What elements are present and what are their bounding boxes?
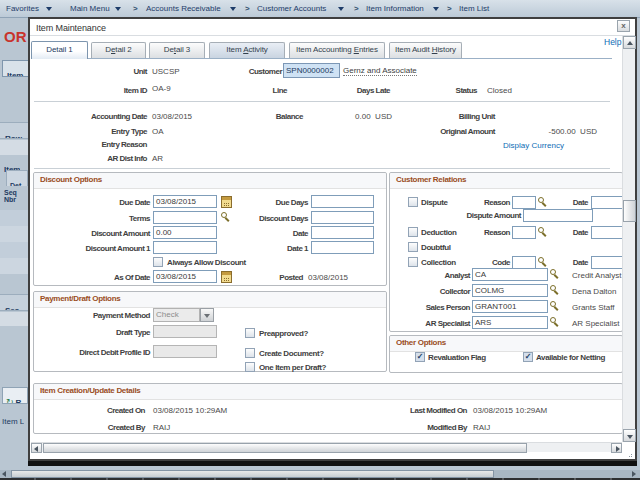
background-grid-row — [0, 242, 28, 258]
always-allow-discount-checkbox[interactable] — [153, 257, 163, 267]
date-1-input[interactable] — [311, 241, 374, 254]
tab-detail-1[interactable]: Detail 1 — [31, 41, 88, 59]
modal-scrollbar-thumb[interactable] — [43, 443, 527, 453]
tab-item-audit-history[interactable]: Item Audit History — [389, 42, 462, 58]
dispute-checkbox[interactable] — [408, 197, 418, 207]
main-menu[interactable]: Main Menu — [70, 4, 110, 13]
collection-checkbox[interactable] — [408, 257, 418, 267]
analyst-description: Credit Analyst — [572, 271, 621, 280]
search-icon[interactable] — [550, 285, 561, 296]
chevron-down-icon[interactable] — [46, 7, 52, 14]
chevron-down-icon[interactable] — [230, 7, 236, 14]
ar-dist-info-label: AR Dist Info — [40, 154, 147, 163]
scroll-left-icon[interactable] — [2, 471, 6, 477]
breadcrumb-item-list[interactable]: Item List — [459, 4, 489, 13]
breadcrumb-separator: > — [245, 4, 250, 13]
close-icon[interactable]: x — [617, 20, 630, 32]
scroll-down-icon[interactable] — [623, 429, 636, 442]
dispute-reason-input[interactable] — [512, 196, 536, 209]
title-divider — [30, 35, 635, 36]
background-grid-row — [0, 210, 28, 226]
tab-detail-3[interactable]: Detail 3 — [149, 42, 205, 58]
other-options-title: Other Options — [390, 336, 622, 352]
payment-method-select[interactable]: Check — [153, 308, 214, 322]
search-icon[interactable] — [538, 197, 549, 208]
search-icon[interactable] — [550, 301, 561, 312]
terms-input[interactable] — [153, 211, 217, 224]
create-document-checkbox[interactable] — [245, 348, 255, 358]
search-icon[interactable] — [538, 227, 549, 238]
resize-grip-icon[interactable] — [626, 451, 632, 457]
date-input[interactable] — [311, 226, 374, 239]
revaluation-flag-checkbox[interactable]: ✓ — [415, 352, 425, 362]
accounting-date-value: 03/08/2015 — [152, 112, 192, 121]
discount-amount-input[interactable]: 0.00 — [153, 226, 217, 239]
background-row — [0, 140, 28, 155]
balance-value: 0.00 USD — [313, 112, 392, 121]
help-link[interactable]: Help — [604, 37, 621, 47]
modal-scrollbar-thumb[interactable] — [623, 200, 636, 222]
customer-name-link[interactable]: Gernz and Associate — [343, 66, 417, 76]
modified-by-value: RAIJ — [473, 423, 490, 432]
favorites-menu[interactable]: Favorites — [6, 4, 39, 13]
scroll-right-icon[interactable] — [611, 443, 622, 453]
item-creation-title: Item Creation/Update Details — [34, 384, 622, 400]
collector-label: Collector — [400, 287, 470, 296]
discount-amount-1-input[interactable] — [153, 241, 217, 254]
breadcrumb-customer-accounts[interactable]: Customer Accounts — [257, 4, 326, 13]
customer-relations-title: Customer Relations — [390, 173, 622, 189]
customer-label: Customer — [212, 67, 282, 76]
ar-specialist-description: AR Specialist — [572, 319, 620, 328]
draft-type-input — [153, 325, 217, 338]
tab-item-activity[interactable]: Item Activity — [209, 42, 285, 58]
page-horizontal-scrollbar[interactable] — [0, 470, 640, 478]
search-icon[interactable] — [550, 317, 561, 328]
chevron-down-icon[interactable] — [115, 7, 121, 14]
due-date-input[interactable]: 03/08/2015 — [153, 195, 217, 208]
search-icon[interactable] — [550, 269, 561, 280]
background-grid-row — [0, 226, 28, 242]
sales-person-input[interactable]: GRANT001 — [472, 300, 548, 313]
doubtful-checkbox[interactable] — [408, 242, 418, 252]
breadcrumb-item-information[interactable]: Item Information — [366, 4, 424, 13]
preapproved-checkbox[interactable] — [245, 328, 255, 338]
scroll-up-icon[interactable] — [623, 36, 636, 49]
deduction-date-label: Date — [558, 228, 588, 237]
status-label: Status — [420, 86, 477, 95]
item-maintenance-modal: Item Maintenance x Help Detail 1 Detail … — [28, 17, 637, 461]
item-list-link[interactable]: Item L — [2, 410, 24, 428]
chevron-down-icon[interactable] — [433, 7, 439, 14]
scroll-right-icon[interactable] — [632, 471, 636, 477]
original-amount-value: -500.00 USD — [495, 127, 597, 136]
modal-horizontal-scrollbar[interactable] — [31, 442, 622, 452]
draft-type-label: Draft Type — [40, 328, 150, 337]
analyst-input[interactable]: CA — [472, 268, 548, 281]
sales-person-description: Grants Staff — [572, 303, 615, 312]
one-item-per-draft-checkbox[interactable] — [245, 362, 255, 372]
collector-input[interactable]: COLMG — [472, 284, 548, 297]
tab-detail-2[interactable]: Detail 2 — [91, 42, 146, 58]
tab-item-accounting-entries[interactable]: Item Accounting Entries — [289, 42, 385, 58]
discount-options-title: Discount Options — [34, 173, 386, 189]
as-of-date-input[interactable]: 03/08/2015 — [153, 270, 217, 283]
refresh-button[interactable]: ↻R — [2, 387, 28, 404]
dispute-amount-input[interactable] — [523, 209, 593, 222]
deduction-reason-input[interactable] — [512, 226, 536, 239]
calendar-icon[interactable] — [221, 271, 232, 283]
background-grid-row — [0, 258, 28, 274]
modal-vertical-scrollbar[interactable] — [622, 36, 635, 442]
discount-days-input[interactable] — [311, 211, 374, 224]
customer-id-field[interactable]: SPN0000002 — [283, 63, 340, 78]
page-scrollbar-thumb[interactable] — [11, 470, 494, 478]
ar-specialist-input[interactable]: ARS — [472, 316, 548, 329]
search-icon[interactable] — [538, 257, 549, 268]
display-currency-link[interactable]: Display Currency — [503, 141, 564, 150]
scroll-left-icon[interactable] — [31, 443, 42, 453]
breadcrumb-accounts-receivable[interactable]: Accounts Receivable — [146, 4, 221, 13]
due-days-input[interactable] — [311, 195, 374, 208]
deduction-checkbox[interactable] — [408, 227, 418, 237]
collection-date-label: Date — [558, 258, 588, 267]
chevron-down-icon[interactable] — [200, 308, 214, 322]
available-for-netting-checkbox[interactable]: ✓ — [523, 352, 533, 362]
chevron-down-icon[interactable] — [338, 7, 344, 14]
